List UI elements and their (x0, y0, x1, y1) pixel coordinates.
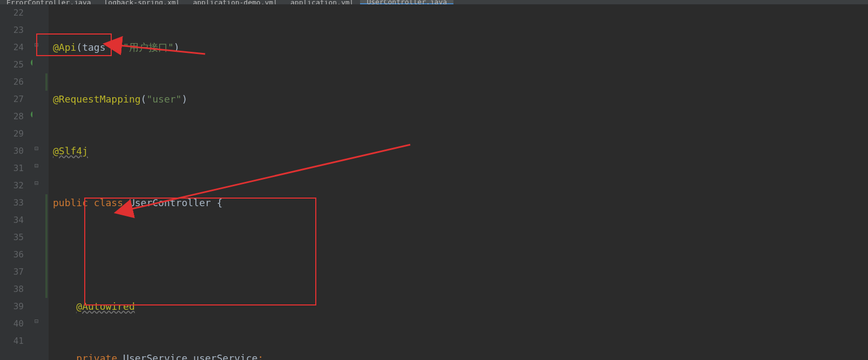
line-number: 30 (0, 142, 24, 160)
change-bar (45, 73, 48, 91)
tab-user-controller[interactable]: UserController.java (360, 0, 453, 4)
line-number-gutter: 22 23 24 25 26 27 28 29 30 31 32 33 34 3… (0, 4, 32, 360)
editor-area: 22 23 24 25 26 27 28 29 30 31 32 33 34 3… (0, 4, 868, 360)
fold-marker[interactable]: ⊟ (35, 162, 38, 169)
line-number: 31 (0, 160, 24, 177)
code-area[interactable]: @Api(tags = "用户接口") @RequestMapping("use… (49, 4, 868, 360)
line-number: 22 (0, 4, 24, 22)
line-number: 25 (0, 56, 24, 73)
code-line: @Autowired (53, 298, 868, 315)
line-number: 33 (0, 194, 24, 212)
code-line: @RequestMapping("user") (53, 91, 868, 108)
tab-label: application.yml (290, 0, 354, 4)
line-number: 34 (0, 212, 24, 229)
line-number: 32 (0, 177, 24, 194)
line-number: 41 (0, 332, 24, 350)
line-number: 28 (0, 108, 24, 125)
line-number: 35 (0, 229, 24, 246)
line-number: 29 (0, 125, 24, 142)
line-number: 36 (0, 246, 24, 263)
tab-logback[interactable]: logback-spring.xml (98, 0, 187, 4)
tab-label: ErrorController.java (6, 0, 91, 4)
fold-marker[interactable]: ⊟ (35, 317, 38, 325)
line-number: 37 (0, 263, 24, 281)
line-number: 39 (0, 298, 24, 315)
fold-gutter: ⊟ ⊟ ⊟ ⊟ ⊟ (32, 4, 45, 360)
line-number: 23 (0, 22, 24, 39)
code-line: @Api(tags = "用户接口") (53, 39, 868, 56)
line-number: 24 (0, 39, 24, 56)
tab-app-demo-yml[interactable]: application-demo.yml (186, 0, 284, 4)
fold-marker[interactable]: ⊟ (35, 145, 38, 152)
tab-label: UserController.java (367, 0, 447, 4)
tab-label: logback-spring.xml (104, 0, 180, 4)
tab-error-controller[interactable]: ErrorController.java (0, 0, 98, 4)
code-line: @Slf4j (53, 142, 868, 160)
code-line (53, 246, 868, 263)
line-number: 27 (0, 91, 24, 108)
fold-marker[interactable]: ⊟ (35, 41, 38, 49)
fold-marker[interactable]: ⊟ (35, 179, 38, 187)
code-line: private UserService userService; (53, 350, 868, 360)
code-line: public class UserController { (53, 194, 868, 212)
line-number: 38 (0, 281, 24, 298)
change-bar (45, 194, 48, 298)
tab-app-yml[interactable]: application.yml (284, 0, 360, 4)
line-number: 26 (0, 73, 24, 91)
tab-label: application-demo.yml (193, 0, 277, 4)
line-number: 40 (0, 315, 24, 332)
tab-bar: ErrorController.java logback-spring.xml … (0, 0, 868, 4)
